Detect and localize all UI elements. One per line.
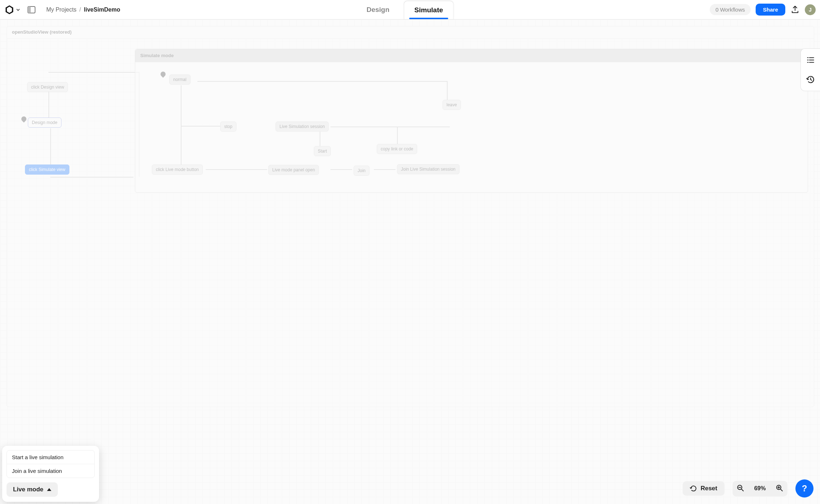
live-mode-menu: Start a live simulation Join a live simu… [7,450,95,478]
node-click-design-view[interactable]: click Design view [27,82,68,92]
live-mode-label: Live mode [13,486,43,493]
side-dock [800,48,820,91]
compound-simulate-mode[interactable]: Simulate mode normal stop Live Simulatio… [135,49,808,193]
list-icon[interactable] [806,55,815,65]
node-copy-link[interactable]: copy link or code [377,144,417,154]
avatar[interactable]: J [805,4,816,15]
node-normal[interactable]: normal [169,74,191,85]
node-join[interactable]: Join [354,166,370,176]
zoom-in-icon [776,484,783,492]
chevron-down-icon [15,7,21,13]
stately-logo-icon [4,5,14,15]
menu-start-live-simulation[interactable]: Start a live simulation [7,450,94,464]
workflows-pill[interactable]: 0 Workflows [710,4,751,15]
reset-label: Reset [701,485,717,492]
node-leave[interactable]: leave [443,100,461,110]
live-mode-button[interactable]: Live mode [7,482,58,497]
node-click-simulate-view[interactable]: click Simulate view [25,165,69,175]
node-live-panel-open[interactable]: Live mode panel open [268,165,319,175]
node-join-live-session[interactable]: Join Live Simulation session [397,164,460,174]
breadcrumb-project[interactable]: My Projects [46,7,77,13]
zoom-in-button[interactable] [772,481,787,496]
node-stop[interactable]: stop [220,121,236,132]
canvas-title: openStudioView (restored) [7,26,814,39]
breadcrumb-name[interactable]: liveSimDemo [84,7,120,13]
share-button[interactable]: Share [756,4,785,16]
breadcrumb-separator: / [80,7,81,13]
compound-title: Simulate mode [135,49,808,62]
node-design-mode[interactable]: Design mode [28,118,61,128]
state-canvas[interactable]: openStudioView (restored) click Design v… [7,26,814,407]
zoom-out-button[interactable] [733,481,748,496]
node-click-live-mode-button[interactable]: click Live mode button [152,165,203,175]
zoom-group: 69% [733,481,787,496]
zoom-level-label: 69% [748,485,772,492]
node-start[interactable]: Start [314,146,331,156]
sidebar-toggle-icon[interactable] [27,5,36,14]
tab-design-label: Design [367,6,389,14]
top-bar: My Projects / liveSimDemo Design Simulat… [0,0,820,20]
caret-up-icon [47,488,51,491]
history-icon[interactable] [806,75,815,84]
canvas-area[interactable]: openStudioView (restored) click Design v… [0,20,820,504]
tab-simulate[interactable]: Simulate [404,1,453,19]
tab-simulate-label: Simulate [414,6,443,14]
help-button[interactable]: ? [795,479,813,497]
app-logo-menu[interactable] [4,5,21,15]
breadcrumb: My Projects / liveSimDemo [46,7,120,13]
live-mode-popover: Start a live simulation Join a live simu… [2,446,99,502]
node-live-session[interactable]: Live Simulation session [276,121,329,132]
initial-state-marker-inner [159,71,167,78]
menu-join-live-simulation[interactable]: Join a live simulation [7,464,94,478]
initial-state-marker-left [20,115,27,123]
zoom-out-icon [737,484,744,492]
tab-design[interactable]: Design [367,0,389,19]
reset-button[interactable]: Reset [683,481,725,496]
refresh-icon [690,485,697,492]
bottom-right-controls: Reset 69% ? [683,479,813,497]
export-icon[interactable] [790,5,800,14]
svg-rect-1 [28,7,31,13]
